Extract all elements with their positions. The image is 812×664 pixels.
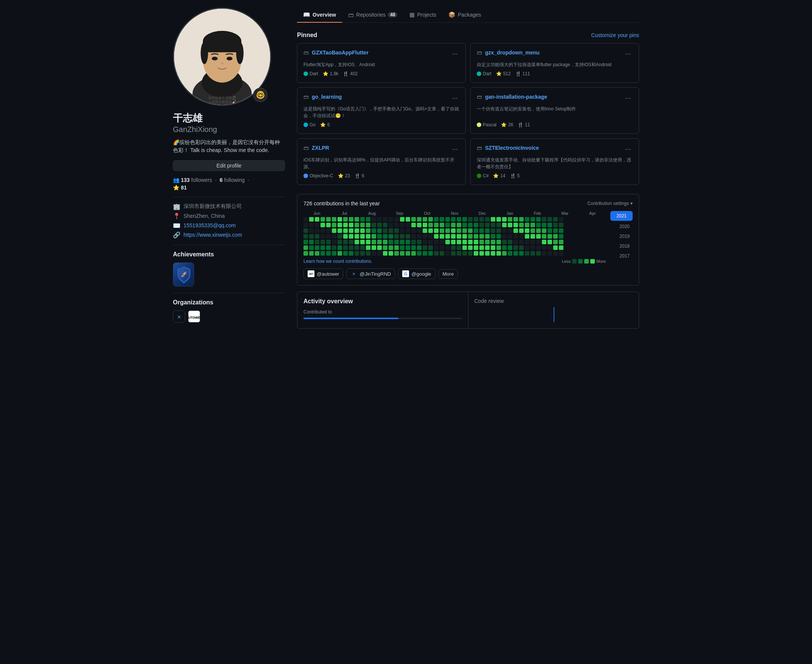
repo-name-4[interactable]: ZXLPR bbox=[312, 145, 329, 151]
repo-name-0[interactable]: GZXTaoBaoAppFlutter bbox=[312, 50, 368, 55]
contrib-day bbox=[457, 246, 461, 250]
repo-menu-btn-1[interactable]: ⋯ bbox=[624, 50, 633, 58]
book-icon: 📖 bbox=[303, 11, 310, 18]
contrib-day bbox=[321, 246, 325, 250]
achievement-badge[interactable]: 🚀 bbox=[173, 262, 194, 286]
contrib-day bbox=[321, 234, 325, 239]
contrib-day bbox=[457, 228, 461, 233]
svg-text:世间纵有千万曲🎵: 世间纵有千万曲🎵 bbox=[208, 96, 236, 100]
repo-menu-btn-4[interactable]: ⋯ bbox=[450, 145, 459, 153]
contribution-settings-btn[interactable]: Contribution settings ▾ bbox=[588, 201, 633, 206]
contrib-day bbox=[536, 228, 541, 233]
repo-menu-btn-5[interactable]: ⋯ bbox=[624, 145, 633, 153]
tab-repositories-label: Repositories bbox=[356, 12, 386, 18]
contrib-day bbox=[411, 251, 416, 256]
repo-menu-btn-2[interactable]: ⋯ bbox=[450, 94, 459, 103]
location-icon: 📍 bbox=[173, 213, 181, 220]
contrib-day bbox=[542, 240, 546, 244]
repo-menu-btn-0[interactable]: ⋯ bbox=[450, 50, 459, 58]
contrib-day bbox=[343, 217, 348, 221]
contrib-day bbox=[485, 240, 490, 244]
pinned-title: Pinned bbox=[297, 32, 317, 39]
repo-card-3: 🗃 gan-installation-package ⋯ 一个仿有道云笔记的安装… bbox=[470, 87, 639, 134]
divider-3 bbox=[173, 293, 285, 293]
contrib-day bbox=[468, 223, 473, 227]
tab-projects-label: Projects bbox=[417, 12, 436, 18]
tab-packages[interactable]: 📦 Packages bbox=[442, 8, 487, 23]
org-avatar-jintingrnd[interactable]: ✕ bbox=[173, 311, 185, 322]
contrib-day bbox=[321, 223, 325, 227]
contrib-day bbox=[343, 240, 348, 244]
org-filter-google[interactable]: G @google bbox=[398, 269, 435, 279]
contrib-day bbox=[394, 228, 399, 233]
org-avatar-autower[interactable]: AUTOWER bbox=[188, 311, 200, 322]
org-filter-autower[interactable]: AT @autower bbox=[303, 269, 343, 279]
contrib-day bbox=[502, 246, 507, 250]
contrib-day bbox=[332, 246, 336, 250]
svg-point-8 bbox=[236, 42, 244, 64]
repo-name-2[interactable]: go_learning bbox=[312, 94, 342, 100]
repo-card-0: 🗃 GZXTaoBaoAppFlutter ⋯ Flutter淘宝App，支持i… bbox=[297, 43, 466, 83]
more-orgs-button[interactable]: More bbox=[439, 269, 458, 279]
contrib-day bbox=[548, 251, 552, 256]
contrib-day bbox=[366, 251, 370, 256]
contrib-day bbox=[440, 240, 444, 244]
contrib-day bbox=[338, 217, 342, 221]
contrib-day bbox=[536, 234, 541, 239]
contrib-day bbox=[349, 217, 354, 221]
contrib-week-34 bbox=[496, 217, 501, 256]
lang-label-2: Go bbox=[310, 122, 316, 127]
repo-type-icon-1: 🗃 bbox=[477, 50, 482, 55]
repo-menu-btn-3[interactable]: ⋯ bbox=[624, 94, 633, 103]
contrib-day bbox=[321, 240, 325, 244]
contrib-day bbox=[411, 217, 416, 221]
tab-overview[interactable]: 📖 Overview bbox=[297, 8, 342, 23]
website-link[interactable]: https://www.xinweijs.com bbox=[184, 232, 242, 238]
repo-name-1[interactable]: gzx_dropdown_menu bbox=[485, 50, 540, 55]
contrib-day bbox=[417, 251, 422, 256]
forks-count-0: 402 bbox=[350, 71, 357, 76]
year-btn-2021[interactable]: 2021 bbox=[610, 211, 633, 221]
year-btn-2017[interactable]: 2017 bbox=[610, 252, 633, 260]
year-btn-2019[interactable]: 2019 bbox=[610, 232, 633, 241]
email-link[interactable]: 1551935335@qq.com bbox=[184, 222, 236, 228]
contrib-day bbox=[514, 251, 518, 256]
contrib-day bbox=[303, 228, 308, 233]
contrib-day bbox=[525, 240, 529, 244]
star-icon: ⭐ bbox=[173, 184, 179, 190]
org-filter-jintingrnd[interactable]: ✕ @JinTingRND bbox=[346, 269, 395, 279]
contrib-day bbox=[508, 217, 512, 221]
contrib-day bbox=[542, 228, 546, 233]
contrib-day bbox=[428, 223, 433, 227]
contrib-day bbox=[502, 228, 507, 233]
contrib-day bbox=[445, 251, 450, 256]
contrib-day bbox=[400, 223, 404, 227]
contrib-day bbox=[360, 234, 365, 239]
year-btn-2020[interactable]: 2020 bbox=[610, 222, 633, 231]
contrib-day bbox=[468, 228, 473, 233]
contrib-day bbox=[400, 228, 404, 233]
month-oct: Oct bbox=[414, 211, 440, 216]
tab-repositories[interactable]: 🗃 Repositories 48 bbox=[342, 8, 403, 23]
contrib-day bbox=[377, 246, 382, 250]
contrib-day bbox=[491, 251, 495, 256]
repo-name-5[interactable]: SZTElectronicInvoice bbox=[485, 145, 539, 151]
edit-profile-button[interactable]: Edit profile bbox=[173, 160, 285, 171]
contributions-area: Jun Jul Aug Sep Oct Nov Dec Jan Feb Mar … bbox=[303, 211, 633, 264]
repo-name-3[interactable]: gan-installation-package bbox=[485, 94, 547, 100]
contrib-day bbox=[406, 240, 410, 244]
contrib-day bbox=[389, 240, 393, 244]
tab-projects[interactable]: ▦ Projects bbox=[403, 8, 442, 23]
followers-count: 133 bbox=[181, 177, 189, 183]
contrib-day bbox=[457, 234, 461, 239]
avatar-wrapper: 世间纵有千万曲🎵 人间再无黄家驹🎸 1962.6.10~1993.6.30 🤓 bbox=[173, 8, 271, 106]
year-btn-2018[interactable]: 2018 bbox=[610, 242, 633, 250]
contrib-day bbox=[349, 223, 354, 227]
contrib-day bbox=[485, 251, 490, 256]
contrib-day bbox=[434, 234, 439, 239]
customize-pins-link[interactable]: Customize your pins bbox=[591, 32, 639, 38]
contrib-day bbox=[417, 240, 422, 244]
contrib-day bbox=[321, 251, 325, 256]
contrib-week-0 bbox=[303, 217, 308, 256]
learn-contributions-link[interactable]: Learn how we count contributions. bbox=[303, 259, 372, 264]
